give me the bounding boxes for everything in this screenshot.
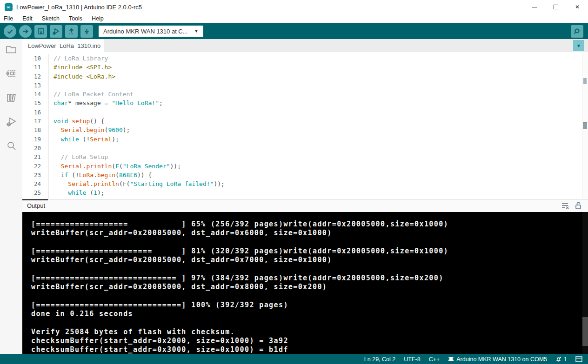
line-number: 15 — [22, 99, 48, 107]
minimize-icon — [532, 7, 537, 7]
code-text — [48, 108, 53, 117]
menu-file[interactable]: File — [4, 15, 18, 22]
scrollbar-thumb[interactable] — [583, 122, 587, 129]
minimize-button[interactable] — [524, 0, 545, 14]
console-line: done in 0.216 seconds — [31, 310, 588, 318]
code-line[interactable]: 18 Serial.begin(9600); — [22, 126, 588, 134]
toggle-panel-button[interactable] — [575, 356, 582, 362]
code-text: // LoRa Setup — [48, 152, 108, 161]
arrow-up-icon — [68, 28, 75, 35]
code-text — [48, 81, 53, 90]
line-number: 14 — [22, 90, 48, 99]
title-bar: ∞ LowPower_LoRa_1310 | Arduino IDE 2.0.0… — [0, 0, 588, 14]
panel-resize-handle[interactable] — [22, 199, 48, 200]
code-text: while (!Serial); — [48, 135, 119, 144]
menu-tools[interactable]: Tools — [64, 15, 87, 22]
folder-icon — [5, 43, 17, 55]
encoding-indicator[interactable]: UTF-8 — [404, 356, 420, 363]
console-line: writeBuffer(scr_addr=0x20005000, dst_add… — [31, 229, 588, 238]
sidebar-item-debug[interactable] — [5, 115, 18, 128]
tab-options-dropdown[interactable]: ▼ — [573, 40, 584, 51]
code-text: Serial.println(F("LoRa Sender")); — [48, 162, 181, 171]
toolbar: Arduino MKR WAN 1310 at C... ▼ — [0, 23, 588, 39]
console-line: [=================== ] 65% (256/392 page… — [31, 220, 588, 229]
arduino-logo-icon: ∞ — [5, 3, 13, 11]
tab-label: LowPower_LoRa_1310.ino — [28, 42, 100, 49]
output-console[interactable]: [=================== ] 65% (256/392 page… — [22, 212, 588, 354]
arrow-down-icon — [83, 28, 90, 35]
sketch-button[interactable] — [34, 25, 47, 38]
serial-monitor-button[interactable] — [571, 25, 583, 38]
code-line[interactable]: 24 Serial.println(F("Starting LoRa faile… — [22, 179, 588, 188]
code-line[interactable]: 22 Serial.println(F("LoRa Sender")); — [22, 162, 588, 171]
sidebar-item-boards-manager[interactable] — [5, 67, 18, 80]
line-number: 20 — [22, 144, 48, 152]
line-number: 17 — [22, 117, 48, 126]
board-selector-label: Arduino MKR WAN 1310 at C... — [103, 28, 188, 35]
code-line[interactable]: 20 — [22, 144, 588, 152]
code-line[interactable]: 16 — [22, 108, 588, 117]
console-line: writeBuffer(scr_addr=0x20005000, dst_add… — [31, 256, 588, 265]
notifications-indicator[interactable]: 1 — [555, 356, 567, 363]
tab-lowpower-lora-1310[interactable]: LowPower_LoRa_1310.ino — [22, 39, 104, 52]
code-line[interactable]: 10// LoRa Library — [22, 54, 588, 63]
menu-sketch[interactable]: Sketch — [37, 15, 64, 22]
board-selector-dropdown[interactable]: Arduino MKR WAN 1310 at C... ▼ — [99, 26, 203, 37]
magnifier-icon — [573, 27, 581, 35]
code-line[interactable]: 21 // LoRa Setup — [22, 152, 588, 161]
code-line[interactable]: 25 while (1); — [22, 188, 588, 197]
chevron-down-icon: ▼ — [194, 29, 199, 33]
code-text: #include <SPI.h> — [48, 63, 112, 72]
code-line[interactable]: 12#include <LoRa.h> — [22, 72, 588, 81]
maximize-button[interactable] — [545, 0, 567, 14]
menu-edit[interactable]: Edit — [18, 15, 37, 22]
menu-bar: FileEditSketchToolsHelp — [0, 14, 588, 23]
maximize-icon — [554, 5, 558, 9]
status-bar: Ln 29, Col 2 UTF-8 C++ Arduino MKR WAN 1… — [0, 354, 588, 364]
menu-help[interactable]: Help — [87, 15, 108, 22]
sidebar-item-sketchbook[interactable] — [5, 43, 18, 56]
code-line[interactable]: 23 if (!LoRa.begin(868E6)) { — [22, 171, 588, 179]
code-line[interactable]: 17void setup() { — [22, 117, 588, 126]
clear-output-icon — [561, 202, 569, 210]
upload-button[interactable] — [19, 25, 32, 38]
arrow-right-icon — [22, 28, 29, 35]
console-line: [============================= ] 97% (38… — [31, 274, 588, 283]
code-editor[interactable]: 10// LoRa Library11#include <SPI.h>12#in… — [22, 52, 588, 199]
code-text: while (1); — [48, 188, 105, 197]
close-icon: ✕ — [575, 4, 580, 10]
sidebar-item-search[interactable] — [5, 139, 18, 152]
console-line: [======================== ] 81% (320/392… — [31, 247, 588, 256]
code-text: char* message = "Hello LoRa!"; — [48, 99, 163, 107]
chip-status-icon — [448, 356, 454, 362]
debug-button[interactable] — [50, 25, 62, 38]
line-number: 10 — [22, 54, 48, 63]
close-button[interactable]: ✕ — [567, 0, 588, 14]
board-port-indicator[interactable]: Arduino MKR WAN 1310 on COM5 — [448, 356, 547, 363]
verify-button[interactable] — [4, 25, 16, 38]
export-binary-button[interactable] — [65, 25, 78, 38]
code-text: #include <LoRa.h> — [48, 72, 115, 81]
sidebar-item-library-manager[interactable] — [5, 91, 18, 104]
code-line[interactable]: 11#include <SPI.h> — [22, 63, 588, 72]
code-text: if (!LoRa.begin(868E6)) { — [48, 171, 152, 179]
code-line[interactable]: 19 while (!Serial); — [22, 135, 588, 144]
scrollbar-marker — [583, 78, 587, 84]
code-line[interactable]: 15char* message = "Hello LoRa!"; — [22, 99, 588, 107]
window-controls: ✕ — [524, 0, 588, 14]
editor-scrollbar[interactable] — [582, 52, 588, 199]
console-scrollbar[interactable] — [582, 212, 588, 354]
code-line[interactable]: 14// LoRa Packet Content — [22, 90, 588, 99]
books-icon — [5, 92, 17, 104]
line-number: 22 — [22, 162, 48, 171]
language-indicator[interactable]: C++ — [429, 356, 440, 363]
code-line[interactable]: 13 — [22, 81, 588, 90]
console-scrollbar-thumb[interactable] — [582, 317, 588, 346]
clear-output-button[interactable] — [561, 202, 569, 210]
cursor-position[interactable]: Ln 29, Col 2 — [364, 356, 395, 363]
import-binary-button[interactable] — [80, 25, 93, 38]
line-number: 24 — [22, 179, 48, 188]
code-text: Serial.println(F("Starting LoRa failed!"… — [48, 179, 225, 188]
line-number: 25 — [22, 188, 48, 197]
scroll-lock-button[interactable] — [574, 202, 582, 210]
